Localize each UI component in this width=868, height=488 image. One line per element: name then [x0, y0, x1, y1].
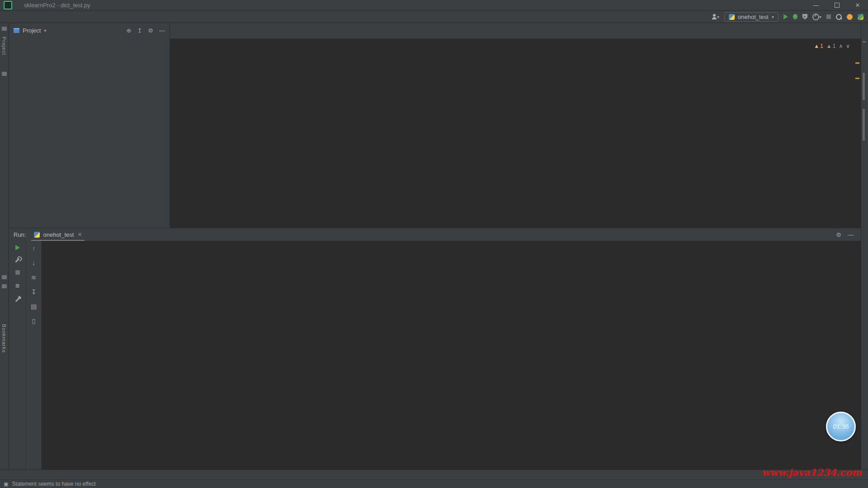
project-icon: [14, 28, 19, 33]
window-controls: — ✕: [806, 0, 868, 10]
editor-area: ▲1 ▲1 ∧ ∨: [170, 23, 861, 228]
chevron-down-icon: ▾: [772, 14, 774, 19]
right-tool-strip: [861, 23, 868, 469]
status-bar: ▣ Statement seems to have no effect: [0, 479, 868, 488]
hide-panel-icon[interactable]: —: [848, 231, 854, 238]
tool-window-icon[interactable]: [863, 109, 865, 141]
hide-panel-icon[interactable]: —: [159, 27, 165, 34]
stop-button[interactable]: [15, 270, 20, 275]
list-tool-icon[interactable]: [2, 275, 7, 279]
bookmarks-tool-window-button[interactable]: Bookmarks: [1, 324, 7, 353]
recording-timer-bubble[interactable]: 01:36: [826, 412, 856, 441]
project-panel-tools: ⊕ ↥ ⚙ —: [127, 27, 165, 34]
soft-wrap-icon[interactable]: ≋: [31, 274, 37, 281]
up-stack-trace-icon[interactable]: ↑: [32, 245, 35, 252]
run-configuration-select[interactable]: onehot_test ▾: [724, 12, 778, 22]
editor[interactable]: ▲1 ▲1 ∧ ∨: [170, 39, 861, 228]
workspace: Project Bookmarks Project ▾ ⊕ ↥ ⚙: [0, 23, 868, 469]
run-panel-tools: ⚙ —: [836, 231, 861, 238]
pin-icon[interactable]: [17, 297, 18, 302]
project-tree: [9, 38, 170, 228]
settings-gear-icon[interactable]: ⚙: [148, 27, 153, 34]
chevron-down-icon[interactable]: ▾: [44, 28, 46, 33]
run-panel-header: Run: onehot_test ✕ ⚙ —: [9, 228, 861, 241]
coverage-button[interactable]: [802, 14, 807, 19]
tool-window-icon[interactable]: [863, 41, 866, 42]
code-area[interactable]: [170, 39, 854, 228]
editor-tab-bar: [170, 23, 861, 39]
inspections-widget[interactable]: ▲1 ▲1 ∧ ∨: [814, 43, 850, 49]
watermark: www.java1234.com: [762, 467, 862, 478]
print-icon[interactable]: ▤: [31, 303, 37, 310]
run-button[interactable]: [783, 14, 788, 19]
profiler-button[interactable]: ▾: [812, 14, 821, 20]
ide-plugin-icon[interactable]: [858, 14, 863, 20]
settings-gear-icon[interactable]: ⚙: [836, 231, 841, 238]
maximize-icon[interactable]: [826, 0, 847, 10]
tool-window-icon[interactable]: [863, 73, 865, 100]
python-file-icon: [34, 232, 40, 238]
search-everywhere-icon[interactable]: [836, 14, 842, 20]
stop-button[interactable]: [826, 14, 831, 19]
warning-stripe-mark[interactable]: [855, 78, 859, 79]
scroll-to-end-icon[interactable]: ↧: [31, 288, 37, 296]
run-tab[interactable]: onehot_test ✕: [31, 228, 85, 241]
left-tool-strip: Project Bookmarks: [0, 23, 9, 469]
locate-file-icon[interactable]: ⊕: [127, 27, 132, 34]
main-toolbar: ▾ onehot_test ▾ ▾: [712, 12, 863, 22]
collapse-all-icon[interactable]: ↥: [137, 27, 142, 34]
center-column: Project ▾ ⊕ ↥ ⚙ —: [9, 23, 861, 469]
python-file-icon: [729, 14, 735, 20]
warning-stripe-mark[interactable]: [855, 62, 859, 64]
status-message: Statement seems to have no effect: [12, 481, 95, 487]
user-icon[interactable]: ▾: [712, 14, 719, 19]
list-tool-icon[interactable]: [2, 284, 7, 288]
warning-icon: ▲1: [814, 43, 823, 49]
project-panel: Project ▾ ⊕ ↥ ⚙ —: [9, 23, 170, 228]
update-indicator-icon[interactable]: [847, 14, 853, 20]
run-tab-label: onehot_test: [43, 231, 74, 238]
run-panel-label: Run:: [14, 231, 26, 238]
edit-configuration-icon[interactable]: [17, 258, 18, 263]
pycharm-window: sklearnPro2 - dict_test.py — ✕ ▾ onehot_…: [0, 0, 868, 488]
project-panel-title[interactable]: Project: [23, 27, 41, 34]
debug-button[interactable]: [793, 14, 797, 19]
status-icon: ▣: [4, 481, 8, 487]
rerun-button[interactable]: [15, 245, 20, 250]
minimize-icon[interactable]: —: [806, 0, 826, 10]
close-icon[interactable]: ✕: [77, 231, 82, 238]
next-issue-icon[interactable]: ∨: [846, 43, 850, 49]
run-dashboard-icon[interactable]: ≡: [15, 282, 19, 290]
run-console[interactable]: [42, 241, 861, 469]
project-tool-window-button[interactable]: Project: [1, 37, 7, 55]
down-stack-trace-icon[interactable]: ↓: [32, 259, 35, 267]
editor-scrollbar[interactable]: [854, 39, 861, 228]
run-configuration-value: onehot_test: [738, 14, 769, 20]
tool-window-icon[interactable]: [2, 27, 7, 31]
run-toolbar: ≡: [9, 241, 26, 469]
project-panel-header: Project ▾ ⊕ ↥ ⚙ —: [9, 23, 170, 38]
title-bar: sklearnPro2 - dict_test.py — ✕: [0, 0, 868, 11]
close-icon[interactable]: ✕: [847, 0, 868, 10]
folder-tool-icon[interactable]: [2, 72, 7, 76]
prev-issue-icon[interactable]: ∧: [839, 43, 843, 49]
tool-window-bar: [0, 469, 868, 479]
clear-console-icon[interactable]: ▯: [32, 317, 36, 324]
window-title: sklearnPro2 - dict_test.py: [24, 2, 90, 9]
run-tool-window: Run: onehot_test ✕ ⚙ —: [9, 228, 861, 469]
pycharm-logo-icon: [4, 1, 12, 9]
console-toolbar: ↑ ↓ ≋ ↧ ▤ ▯: [26, 241, 42, 469]
weak-warning-icon: ▲1: [826, 43, 836, 49]
navigation-bar: ▾ onehot_test ▾ ▾: [0, 11, 868, 23]
